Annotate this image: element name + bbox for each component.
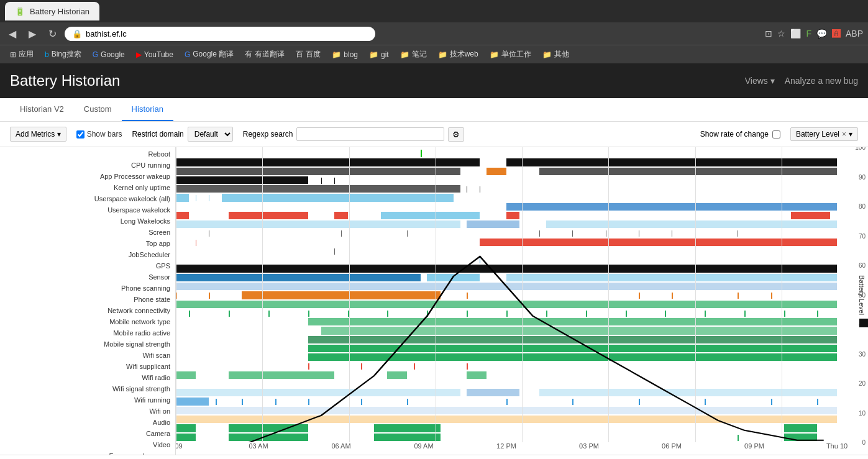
wechat-icon: 💬 xyxy=(816,29,827,39)
x-label-9am: 09 AM xyxy=(414,442,433,450)
y-label-70: 70 xyxy=(859,232,866,239)
row-label-phonestate: Phone state xyxy=(0,294,175,305)
bookmark-label: git xyxy=(381,50,389,59)
bookmark-label: YouTube xyxy=(144,50,173,59)
data-row-camera xyxy=(176,370,837,379)
forward-button[interactable]: ▶ xyxy=(25,26,40,41)
row-label-appprocessor: App Processor wakeup xyxy=(0,171,175,182)
show-rate-label: Show rate of change xyxy=(700,130,769,139)
data-row-wifion xyxy=(176,352,837,361)
y-label-90: 90 xyxy=(859,173,866,180)
youtube-icon: ▶ xyxy=(136,50,142,59)
regexp-search-input[interactable] xyxy=(296,127,444,141)
show-rate-section: Show rate of change xyxy=(700,130,780,139)
row-label-longwakelocks: Long Wakelocks xyxy=(0,216,175,227)
row-label-video: Video xyxy=(0,439,175,450)
data-row-topapp xyxy=(176,219,837,228)
header-right: Views ▾ Analyze a new bug xyxy=(745,76,858,86)
data-row-batterylevel xyxy=(176,396,837,405)
folder-icon: 📁 xyxy=(332,50,341,59)
addon1-icon: 🅰 xyxy=(832,29,841,39)
active-tab[interactable]: 🔋 Battery Historian xyxy=(5,2,99,20)
data-row-kernel xyxy=(176,175,837,184)
battery-level-close[interactable]: × xyxy=(842,130,846,139)
battery-level-axis-label: Battery Level xyxy=(858,275,866,314)
bookmark-blog[interactable]: 📁 blog xyxy=(327,49,363,60)
bookmark-baidu[interactable]: 百 百度 xyxy=(291,48,326,61)
folder-icon: 📁 xyxy=(438,50,447,59)
tab-historian-v2[interactable]: Historian V2 xyxy=(10,98,74,121)
gear-button[interactable]: ⚙ xyxy=(448,127,464,142)
bookmark-youdao[interactable]: 有 有道翻译 xyxy=(240,48,290,61)
bookmark-google[interactable]: G Google xyxy=(88,49,130,60)
data-row-reboot xyxy=(176,148,837,157)
battery-level-dropdown[interactable]: ▾ xyxy=(849,130,852,139)
extensions-icon: ⬜ xyxy=(790,29,801,39)
bing-icon: b xyxy=(45,50,49,59)
address-bar[interactable]: 🔒 bathist.ef.lc xyxy=(65,27,375,41)
feedly-icon: F xyxy=(806,29,811,39)
back-button[interactable]: ◀ xyxy=(5,26,20,41)
row-label-audio: Audio xyxy=(0,417,175,428)
row-label-wifisupplicant: Wifi supplicant xyxy=(0,361,175,372)
bookmark-work[interactable]: 📁 单位工作 xyxy=(485,48,536,61)
row-label-screen: Screen xyxy=(0,227,175,238)
row-label-mobileradioactive: Mobile radio active xyxy=(0,327,175,339)
x-label-thu10: Thu 10 xyxy=(826,442,847,450)
x-label-6am: 06 AM xyxy=(331,442,350,450)
bookmark-label: 技术web xyxy=(450,49,478,60)
row-label-wifisignalstrength: Wifi signal strength xyxy=(0,383,175,394)
data-row-wifiradio xyxy=(176,325,837,334)
data-row-plugged xyxy=(176,423,837,432)
data-row-chargingon xyxy=(176,432,837,441)
restrict-domain-select[interactable]: Default xyxy=(188,127,233,142)
row-label-userwakelock: Userspace wakelock xyxy=(0,204,175,216)
data-row-coulombcharge xyxy=(176,406,837,414)
show-bars-checkbox[interactable] xyxy=(76,130,85,139)
tab-custom[interactable]: Custom xyxy=(74,98,122,121)
baidu-icon: 百 xyxy=(296,49,303,60)
bookmark-gtranslate[interactable]: G Google 翻译 xyxy=(180,48,239,61)
chart-labels: Reboot CPU running App Processor wakeup … xyxy=(0,147,175,455)
show-rate-checkbox[interactable] xyxy=(772,130,780,139)
y-axis: 100 90 80 70 60 50 40 30 20 10 0 Battery… xyxy=(837,147,868,442)
y-label-20: 20 xyxy=(859,380,866,387)
tab-historian[interactable]: Historian xyxy=(122,98,173,121)
row-label-foregroundprocess: Foreground process xyxy=(0,450,175,455)
data-row-foregroundprocess xyxy=(176,388,837,396)
time-axis-label: Time (UTC UTC UTC+00:00) xyxy=(0,455,868,459)
bookmark-youtube[interactable]: ▶ YouTube xyxy=(131,49,178,60)
data-row-sensor xyxy=(176,246,837,255)
row-label-topapp: Top app xyxy=(0,238,175,249)
battery-level-badge: Battery Level × ▾ xyxy=(790,127,858,141)
add-metrics-label: Add Metrics ▾ xyxy=(16,130,61,139)
bookmark-notes[interactable]: 📁 笔记 xyxy=(395,48,432,61)
row-label-networkconnectivity: Network connectivity xyxy=(0,305,175,316)
data-row-mobilenetworktype xyxy=(176,281,837,290)
bookmark-techweb[interactable]: 📁 技术web xyxy=(433,48,483,61)
analyze-button[interactable]: Analyze a new bug xyxy=(785,76,858,86)
bookmark-label: 笔记 xyxy=(412,49,427,60)
bookmark-git[interactable]: 📁 git xyxy=(364,49,394,60)
reload-button[interactable]: ↻ xyxy=(45,26,60,41)
data-row-wifiscan xyxy=(176,308,837,317)
row-label-sensor: Sensor xyxy=(0,271,175,283)
row-label-gps: GPS xyxy=(0,260,175,271)
row-label-mobilenetworktype: Mobile network type xyxy=(0,316,175,327)
show-bars-label[interactable]: Show bars xyxy=(76,130,122,139)
data-row-userwakelock-all xyxy=(176,184,837,193)
bookmark-apps[interactable]: ⊞ 应用 xyxy=(5,48,39,61)
data-row-phonescanning xyxy=(176,255,837,263)
regexp-search-label: Regexp search xyxy=(243,130,293,139)
x-label-6pm: 06 PM xyxy=(662,442,682,450)
data-row-userwakelock xyxy=(176,193,837,201)
tabs-bar: Historian V2 Custom Historian xyxy=(0,98,868,122)
addon2-icon: ABP xyxy=(846,29,863,39)
row-label-wifiscan: Wifi scan xyxy=(0,350,175,361)
bookmark-bing[interactable]: b Bing搜索 xyxy=(40,48,86,61)
bookmark-other[interactable]: 📁 其他 xyxy=(537,48,574,61)
views-button[interactable]: Views ▾ xyxy=(745,76,775,86)
bookmark-label: Google 翻译 xyxy=(193,49,234,60)
star-icon[interactable]: ☆ xyxy=(777,29,785,39)
add-metrics-button[interactable]: Add Metrics ▾ xyxy=(10,127,66,142)
